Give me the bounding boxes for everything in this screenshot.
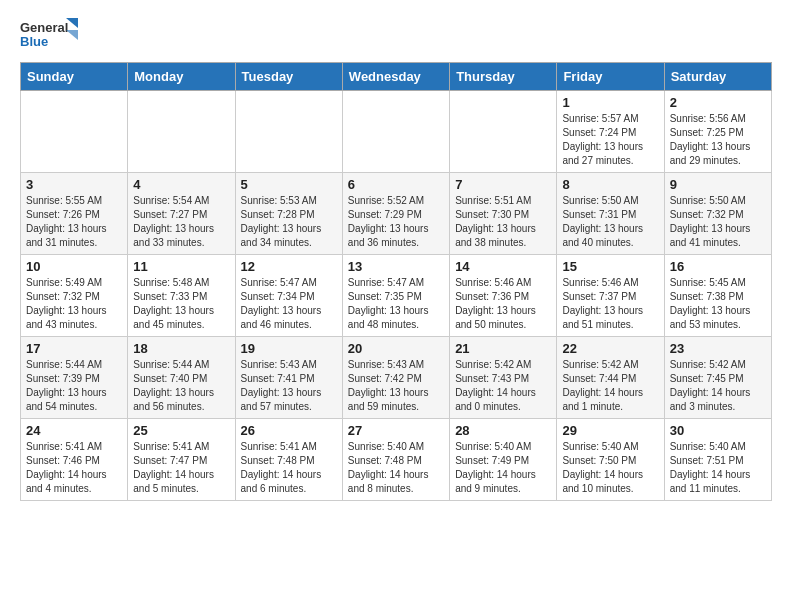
- day-number: 13: [348, 259, 444, 274]
- day-info: Sunrise: 5:49 AM Sunset: 7:32 PM Dayligh…: [26, 276, 122, 332]
- day-info: Sunrise: 5:43 AM Sunset: 7:42 PM Dayligh…: [348, 358, 444, 414]
- logo: General Blue: [20, 16, 80, 52]
- day-number: 28: [455, 423, 551, 438]
- day-cell: 8Sunrise: 5:50 AM Sunset: 7:31 PM Daylig…: [557, 173, 664, 255]
- day-number: 10: [26, 259, 122, 274]
- day-info: Sunrise: 5:50 AM Sunset: 7:31 PM Dayligh…: [562, 194, 658, 250]
- day-cell: 15Sunrise: 5:46 AM Sunset: 7:37 PM Dayli…: [557, 255, 664, 337]
- day-info: Sunrise: 5:41 AM Sunset: 7:46 PM Dayligh…: [26, 440, 122, 496]
- day-number: 5: [241, 177, 337, 192]
- day-cell: [21, 91, 128, 173]
- day-number: 25: [133, 423, 229, 438]
- day-info: Sunrise: 5:42 AM Sunset: 7:44 PM Dayligh…: [562, 358, 658, 414]
- day-cell: 6Sunrise: 5:52 AM Sunset: 7:29 PM Daylig…: [342, 173, 449, 255]
- day-header-sunday: Sunday: [21, 63, 128, 91]
- day-cell: [450, 91, 557, 173]
- day-cell: 12Sunrise: 5:47 AM Sunset: 7:34 PM Dayli…: [235, 255, 342, 337]
- calendar-table: SundayMondayTuesdayWednesdayThursdayFrid…: [20, 62, 772, 501]
- day-info: Sunrise: 5:55 AM Sunset: 7:26 PM Dayligh…: [26, 194, 122, 250]
- day-header-saturday: Saturday: [664, 63, 771, 91]
- day-number: 8: [562, 177, 658, 192]
- week-row-3: 10Sunrise: 5:49 AM Sunset: 7:32 PM Dayli…: [21, 255, 772, 337]
- day-info: Sunrise: 5:53 AM Sunset: 7:28 PM Dayligh…: [241, 194, 337, 250]
- day-number: 3: [26, 177, 122, 192]
- day-number: 4: [133, 177, 229, 192]
- day-cell: 19Sunrise: 5:43 AM Sunset: 7:41 PM Dayli…: [235, 337, 342, 419]
- day-info: Sunrise: 5:44 AM Sunset: 7:39 PM Dayligh…: [26, 358, 122, 414]
- week-row-4: 17Sunrise: 5:44 AM Sunset: 7:39 PM Dayli…: [21, 337, 772, 419]
- week-row-1: 1Sunrise: 5:57 AM Sunset: 7:24 PM Daylig…: [21, 91, 772, 173]
- day-info: Sunrise: 5:47 AM Sunset: 7:34 PM Dayligh…: [241, 276, 337, 332]
- day-info: Sunrise: 5:40 AM Sunset: 7:50 PM Dayligh…: [562, 440, 658, 496]
- day-number: 21: [455, 341, 551, 356]
- day-number: 14: [455, 259, 551, 274]
- day-number: 7: [455, 177, 551, 192]
- day-cell: 5Sunrise: 5:53 AM Sunset: 7:28 PM Daylig…: [235, 173, 342, 255]
- day-cell: 13Sunrise: 5:47 AM Sunset: 7:35 PM Dayli…: [342, 255, 449, 337]
- day-number: 20: [348, 341, 444, 356]
- day-info: Sunrise: 5:56 AM Sunset: 7:25 PM Dayligh…: [670, 112, 766, 168]
- day-info: Sunrise: 5:43 AM Sunset: 7:41 PM Dayligh…: [241, 358, 337, 414]
- week-row-2: 3Sunrise: 5:55 AM Sunset: 7:26 PM Daylig…: [21, 173, 772, 255]
- day-info: Sunrise: 5:57 AM Sunset: 7:24 PM Dayligh…: [562, 112, 658, 168]
- day-number: 18: [133, 341, 229, 356]
- day-cell: 16Sunrise: 5:45 AM Sunset: 7:38 PM Dayli…: [664, 255, 771, 337]
- day-header-friday: Friday: [557, 63, 664, 91]
- day-cell: 22Sunrise: 5:42 AM Sunset: 7:44 PM Dayli…: [557, 337, 664, 419]
- day-cell: 17Sunrise: 5:44 AM Sunset: 7:39 PM Dayli…: [21, 337, 128, 419]
- day-cell: 25Sunrise: 5:41 AM Sunset: 7:47 PM Dayli…: [128, 419, 235, 501]
- day-cell: 29Sunrise: 5:40 AM Sunset: 7:50 PM Dayli…: [557, 419, 664, 501]
- day-number: 23: [670, 341, 766, 356]
- day-info: Sunrise: 5:42 AM Sunset: 7:43 PM Dayligh…: [455, 358, 551, 414]
- day-cell: 20Sunrise: 5:43 AM Sunset: 7:42 PM Dayli…: [342, 337, 449, 419]
- day-number: 26: [241, 423, 337, 438]
- day-number: 12: [241, 259, 337, 274]
- day-number: 30: [670, 423, 766, 438]
- day-cell: 9Sunrise: 5:50 AM Sunset: 7:32 PM Daylig…: [664, 173, 771, 255]
- day-number: 6: [348, 177, 444, 192]
- day-cell: 7Sunrise: 5:51 AM Sunset: 7:30 PM Daylig…: [450, 173, 557, 255]
- day-cell: 14Sunrise: 5:46 AM Sunset: 7:36 PM Dayli…: [450, 255, 557, 337]
- day-cell: 30Sunrise: 5:40 AM Sunset: 7:51 PM Dayli…: [664, 419, 771, 501]
- day-number: 15: [562, 259, 658, 274]
- day-cell: 21Sunrise: 5:42 AM Sunset: 7:43 PM Dayli…: [450, 337, 557, 419]
- day-info: Sunrise: 5:40 AM Sunset: 7:51 PM Dayligh…: [670, 440, 766, 496]
- day-info: Sunrise: 5:52 AM Sunset: 7:29 PM Dayligh…: [348, 194, 444, 250]
- day-cell: 11Sunrise: 5:48 AM Sunset: 7:33 PM Dayli…: [128, 255, 235, 337]
- day-header-wednesday: Wednesday: [342, 63, 449, 91]
- day-info: Sunrise: 5:41 AM Sunset: 7:47 PM Dayligh…: [133, 440, 229, 496]
- day-cell: 3Sunrise: 5:55 AM Sunset: 7:26 PM Daylig…: [21, 173, 128, 255]
- header: General Blue: [20, 16, 772, 52]
- day-number: 29: [562, 423, 658, 438]
- day-number: 27: [348, 423, 444, 438]
- day-info: Sunrise: 5:41 AM Sunset: 7:48 PM Dayligh…: [241, 440, 337, 496]
- day-cell: 2Sunrise: 5:56 AM Sunset: 7:25 PM Daylig…: [664, 91, 771, 173]
- day-cell: 24Sunrise: 5:41 AM Sunset: 7:46 PM Dayli…: [21, 419, 128, 501]
- day-info: Sunrise: 5:42 AM Sunset: 7:45 PM Dayligh…: [670, 358, 766, 414]
- week-row-5: 24Sunrise: 5:41 AM Sunset: 7:46 PM Dayli…: [21, 419, 772, 501]
- svg-text:Blue: Blue: [20, 34, 48, 49]
- day-cell: 26Sunrise: 5:41 AM Sunset: 7:48 PM Dayli…: [235, 419, 342, 501]
- day-cell: 18Sunrise: 5:44 AM Sunset: 7:40 PM Dayli…: [128, 337, 235, 419]
- day-info: Sunrise: 5:54 AM Sunset: 7:27 PM Dayligh…: [133, 194, 229, 250]
- day-cell: 28Sunrise: 5:40 AM Sunset: 7:49 PM Dayli…: [450, 419, 557, 501]
- day-cell: 23Sunrise: 5:42 AM Sunset: 7:45 PM Dayli…: [664, 337, 771, 419]
- day-header-thursday: Thursday: [450, 63, 557, 91]
- day-info: Sunrise: 5:45 AM Sunset: 7:38 PM Dayligh…: [670, 276, 766, 332]
- day-header-row: SundayMondayTuesdayWednesdayThursdayFrid…: [21, 63, 772, 91]
- day-info: Sunrise: 5:46 AM Sunset: 7:36 PM Dayligh…: [455, 276, 551, 332]
- day-info: Sunrise: 5:48 AM Sunset: 7:33 PM Dayligh…: [133, 276, 229, 332]
- day-cell: [235, 91, 342, 173]
- day-cell: [128, 91, 235, 173]
- day-cell: 27Sunrise: 5:40 AM Sunset: 7:48 PM Dayli…: [342, 419, 449, 501]
- day-number: 2: [670, 95, 766, 110]
- day-info: Sunrise: 5:50 AM Sunset: 7:32 PM Dayligh…: [670, 194, 766, 250]
- day-number: 11: [133, 259, 229, 274]
- day-info: Sunrise: 5:51 AM Sunset: 7:30 PM Dayligh…: [455, 194, 551, 250]
- day-number: 16: [670, 259, 766, 274]
- day-header-monday: Monday: [128, 63, 235, 91]
- day-cell: 1Sunrise: 5:57 AM Sunset: 7:24 PM Daylig…: [557, 91, 664, 173]
- day-number: 22: [562, 341, 658, 356]
- day-info: Sunrise: 5:46 AM Sunset: 7:37 PM Dayligh…: [562, 276, 658, 332]
- day-cell: [342, 91, 449, 173]
